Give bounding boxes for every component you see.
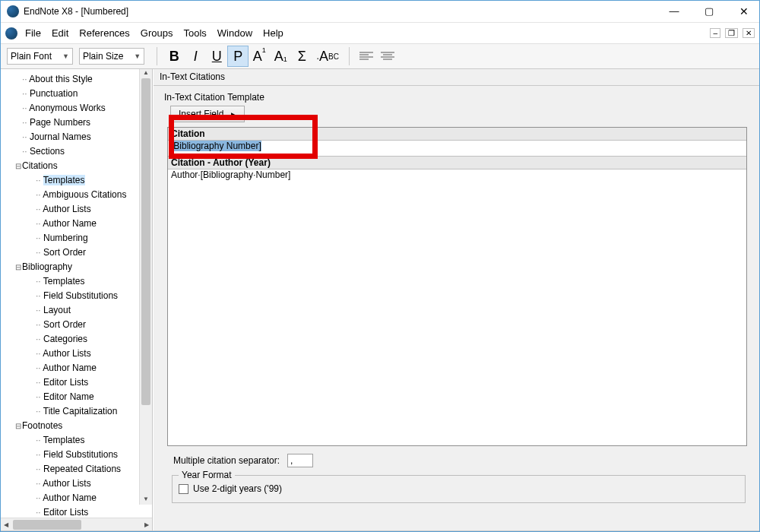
collapse-icon[interactable]: ⊟ <box>14 159 22 173</box>
tree-item[interactable]: ·· Editor Name <box>7 390 152 404</box>
collapse-icon[interactable]: ⊟ <box>14 419 22 433</box>
subscript-button[interactable]: A1 <box>270 46 291 67</box>
citation-template-line[interactable]: [Bibliography Number] <box>168 141 746 151</box>
tree-item[interactable]: ·· Anonymous Works <box>7 101 152 116</box>
tree-bullet-icon: ·· <box>36 348 43 359</box>
font-combo[interactable]: Plain Font ▼ <box>7 48 73 65</box>
menu-file[interactable]: File <box>25 27 41 39</box>
tree-item[interactable]: ·· Field Substitutions <box>7 289 152 303</box>
tree-item[interactable]: ·· Sort Order <box>7 318 152 332</box>
menu-tools[interactable]: Tools <box>183 27 206 39</box>
tree-item[interactable]: ·· Punctuation <box>7 87 152 101</box>
underline-button[interactable]: U <box>206 46 227 67</box>
tree-item[interactable]: ·· Field Substitutions <box>7 448 152 462</box>
tree-item-label: Author Lists <box>43 204 90 214</box>
tree-item-label: Footnotes <box>22 420 62 431</box>
align-left-button[interactable] <box>356 46 377 67</box>
tree-item-label: Field Substitutions <box>43 290 118 301</box>
tree-item[interactable]: ·· Journal Names <box>7 130 152 144</box>
scroll-thumb[interactable] <box>141 78 150 405</box>
tree-item[interactable]: ·· Author Name <box>7 361 152 375</box>
tree-bullet-icon: ·· <box>36 319 43 330</box>
collapse-icon[interactable]: ⊟ <box>14 260 22 274</box>
vertical-scrollbar[interactable]: ▲ ▼ <box>139 69 152 505</box>
scroll-left-icon[interactable]: ◀ <box>1 521 11 528</box>
scroll-right-icon[interactable]: ▶ <box>141 521 152 528</box>
separator <box>349 47 350 65</box>
size-combo[interactable]: Plain Size ▼ <box>79 48 144 65</box>
align-left-icon <box>359 51 373 62</box>
tree-item[interactable]: ·· Categories <box>7 332 152 347</box>
tree-bullet-icon: ·· <box>22 117 30 128</box>
smallcaps-button[interactable]: .ABC <box>312 46 343 67</box>
tree-item-label: Sort Order <box>43 319 86 330</box>
tree-item[interactable]: ·· Templates <box>7 274 152 289</box>
close-button[interactable]: ✕ <box>735 5 753 17</box>
tree-bullet-icon: ·· <box>36 391 43 402</box>
tree-item[interactable]: ·· Sections <box>7 144 152 159</box>
tree-item[interactable]: ·· Title Capitalization <box>7 404 152 419</box>
tree-item[interactable]: ·· Sort Order <box>7 245 152 260</box>
separator <box>157 47 157 65</box>
tree-item-label: Author Lists <box>43 348 90 359</box>
symbol-button[interactable]: Σ <box>291 46 312 67</box>
tree-item[interactable]: ·· Page Numbers <box>7 116 152 130</box>
tree-item[interactable]: ·· Numbering <box>7 231 152 245</box>
tree-bullet-icon: ·· <box>22 146 30 157</box>
tree-item[interactable]: ·· Ambiguous Citations <box>7 188 152 202</box>
mdi-restore-button[interactable]: ❐ <box>725 28 738 38</box>
tree-bullet-icon: ·· <box>36 189 43 200</box>
citation-template-value: [Bibliography Number] <box>171 141 261 151</box>
mdi-close-button[interactable]: ✕ <box>743 28 755 38</box>
style-tree[interactable]: ·· About this Style·· Punctuation·· Anon… <box>1 69 152 518</box>
tree-item[interactable]: ·· Author Name <box>7 491 152 505</box>
tree-item[interactable]: ·· Editor Lists <box>7 505 152 518</box>
two-digit-year-checkbox[interactable]: Use 2-digit years ('99) <box>179 483 282 494</box>
template-editor[interactable]: Citation [Bibliography Number] Citation … <box>167 127 747 446</box>
scroll-thumb[interactable] <box>13 520 81 530</box>
superscript-button[interactable]: A1 <box>249 46 270 67</box>
tree-item[interactable]: ·· Author Lists <box>7 477 152 491</box>
tree-item[interactable]: ·· Repeated Citations <box>7 462 152 477</box>
tree-bullet-icon: ·· <box>36 507 43 518</box>
separator-input[interactable] <box>287 454 313 467</box>
tree-item[interactable]: ·· Editor Lists <box>7 375 152 390</box>
citation-author-year-line[interactable]: Author·[Bibliography·Number] <box>168 169 746 180</box>
tree-item[interactable]: ⊟Citations <box>7 159 152 173</box>
bold-button[interactable]: B <box>163 46 185 67</box>
insert-field-label: Insert Field <box>179 109 223 119</box>
tree-item[interactable]: ·· Templates <box>7 433 152 448</box>
checkbox-icon <box>179 484 188 494</box>
tree-item[interactable]: ·· Templates <box>7 173 152 188</box>
insert-field-button[interactable]: Insert Field ▶ <box>170 106 245 122</box>
scroll-down-icon[interactable]: ▼ <box>140 496 152 505</box>
menu-help[interactable]: Help <box>263 27 283 39</box>
year-format-legend: Year Format <box>179 470 235 480</box>
horizontal-scrollbar[interactable]: ◀ ▶ <box>1 518 152 530</box>
separator-label: Multiple citation separator: <box>173 455 280 466</box>
menu-references[interactable]: References <box>79 27 129 39</box>
titlebar: EndNote X8 - [Numbered] — ▢ ✕ <box>1 1 759 23</box>
italic-button[interactable]: I <box>185 46 206 67</box>
menu-window[interactable]: Window <box>217 27 252 39</box>
tree-bullet-icon: ·· <box>36 290 43 301</box>
mdi-minimize-button[interactable]: – <box>710 28 720 38</box>
tree-item-label: Repeated Citations <box>43 464 121 474</box>
menu-edit[interactable]: Edit <box>52 27 68 39</box>
tree-item[interactable]: ⊟Bibliography <box>7 260 152 274</box>
tree-item[interactable]: ·· About this Style <box>7 72 152 87</box>
tree-bullet-icon: ·· <box>36 334 43 344</box>
tree-item[interactable]: ·· Author Lists <box>7 347 152 361</box>
menu-groups[interactable]: Groups <box>141 27 173 39</box>
scroll-up-icon[interactable]: ▲ <box>140 69 152 78</box>
align-center-button[interactable] <box>377 46 398 67</box>
tree-bullet-icon: ·· <box>36 247 43 258</box>
tree-item-label: Templates <box>43 435 85 445</box>
tree-item[interactable]: ⊟Footnotes <box>7 419 152 433</box>
tree-item[interactable]: ·· Layout <box>7 303 152 318</box>
minimize-button[interactable]: — <box>665 5 683 17</box>
maximize-button[interactable]: ▢ <box>700 5 718 17</box>
tree-item[interactable]: ·· Author Lists <box>7 202 152 217</box>
tree-item[interactable]: ·· Author Name <box>7 217 152 231</box>
plain-button[interactable]: P <box>227 46 249 67</box>
